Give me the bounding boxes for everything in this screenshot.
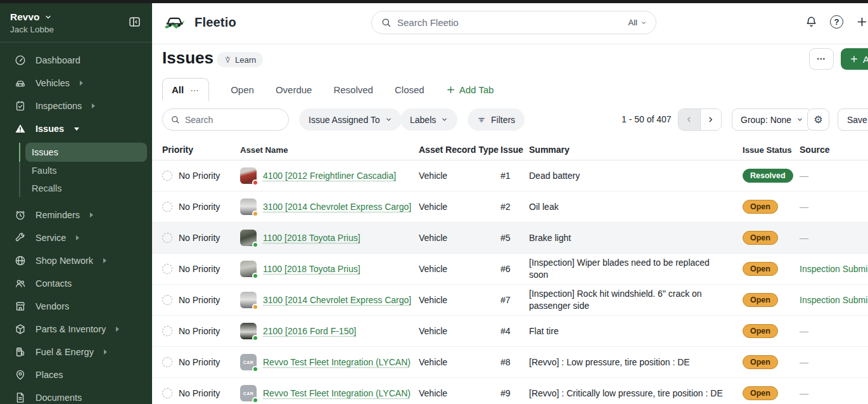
learn-button[interactable]: Learn xyxy=(217,52,263,67)
issue-source-link[interactable]: Inspection Submis xyxy=(800,295,868,305)
sidebar-item-issues[interactable]: Issues xyxy=(0,117,152,140)
status-badge: Open xyxy=(743,324,778,338)
pager xyxy=(678,108,722,131)
tab-overdue[interactable]: Overdue xyxy=(276,84,312,95)
table-row[interactable]: No Priority 4100 [2012 Freightliner Casc… xyxy=(152,160,868,192)
chevron-right-icon xyxy=(92,103,95,108)
tab-closed[interactable]: Closed xyxy=(395,84,424,95)
column-header-summary[interactable]: Summary xyxy=(529,144,743,156)
quick-add-button[interactable] xyxy=(856,16,868,28)
no-priority-icon xyxy=(162,202,172,212)
sidebar-item-faults[interactable]: Faults xyxy=(19,162,147,179)
chevron-right-icon xyxy=(103,258,106,263)
tab-menu-icon[interactable]: ⋯ xyxy=(190,87,200,93)
table-row[interactable]: No Priority CAR Revvo Test Fleet Integra… xyxy=(152,347,868,378)
asset-link[interactable]: 2100 [2016 Ford F-150] xyxy=(263,326,356,336)
issue-source: — xyxy=(800,388,868,398)
more-actions-button[interactable]: ••• xyxy=(809,48,834,70)
gauge-icon xyxy=(14,54,27,67)
search-scope-dropdown[interactable]: All xyxy=(629,18,647,27)
storefront-icon xyxy=(14,300,27,313)
add-tab-button[interactable]: Add Tab xyxy=(446,84,494,95)
issues-table: Priority Asset Name Asset Record Type Is… xyxy=(152,140,868,404)
sidebar-item-fuel-energy[interactable]: Fuel & Energy xyxy=(0,341,152,363)
table-settings-button[interactable]: ⚙ xyxy=(807,108,829,131)
sidebar-item-shop-network[interactable]: Shop Network xyxy=(0,249,152,272)
filter-label: Issue Assigned To xyxy=(309,115,380,125)
sidebar-item-contacts[interactable]: Contacts xyxy=(0,272,152,295)
column-header-asset-name[interactable]: Asset Name xyxy=(240,145,419,155)
table-row[interactable]: No Priority 3100 [2014 Chevrolet Express… xyxy=(152,285,868,316)
table-search-input[interactable] xyxy=(185,115,267,125)
active-indicator xyxy=(19,143,20,162)
prev-page-button[interactable] xyxy=(679,109,700,130)
sidebar-item-dashboard[interactable]: Dashboard xyxy=(0,49,152,72)
tab-all[interactable]: All ⋯ xyxy=(162,78,209,101)
chevron-down-icon xyxy=(44,13,52,21)
column-header-asset-record-type[interactable]: Asset Record Type xyxy=(419,145,501,155)
tab-resolved[interactable]: Resolved xyxy=(333,84,373,95)
asset-link[interactable]: 4100 [2012 Freightliner Cascadia] xyxy=(263,171,396,181)
search-scope-value: All xyxy=(629,18,637,27)
asset-link[interactable]: Revvo Test Fleet Integration (LYCAN) xyxy=(263,357,411,367)
car-icon xyxy=(14,77,27,89)
issue-number: #1 xyxy=(501,171,529,181)
sidebar-item-vendors[interactable]: Vendors xyxy=(0,295,152,318)
fleetio-logo[interactable]: Fleetio xyxy=(163,12,236,32)
asset-link[interactable]: 3100 [2014 Chevrolet Express Cargo] xyxy=(263,202,411,212)
issue-summary: [Revvo] : Critically low pressure, tire … xyxy=(529,388,743,400)
asset-record-type: Vehicle xyxy=(419,388,501,398)
asset-link[interactable]: 3100 [2014 Chevrolet Express Cargo] xyxy=(263,295,411,305)
column-header-issue-status[interactable]: Issue Status xyxy=(743,145,800,155)
table-row[interactable]: No Priority 3100 [2014 Chevrolet Express… xyxy=(152,192,868,223)
asset-link[interactable]: 1100 [2018 Toyota Prius] xyxy=(263,233,361,243)
thumbnail-placeholder-label: CAR xyxy=(243,391,254,396)
sidebar-item-recalls[interactable]: Recalls xyxy=(19,179,147,197)
column-header-priority[interactable]: Priority xyxy=(162,145,240,155)
list-toolbar: Issue Assigned To Labels Filters 1 - 50 … xyxy=(152,108,868,131)
sidebar-item-documents[interactable]: Documents xyxy=(0,386,152,404)
sidebar-collapse-icon[interactable] xyxy=(128,15,141,29)
sidebar-item-parts-inventory[interactable]: Parts & Inventory xyxy=(0,318,152,341)
help-button[interactable]: ? xyxy=(830,15,843,29)
brand-name: Fleetio xyxy=(195,15,236,30)
table-row[interactable]: No Priority 2100 [2016 Ford F-150] Vehic… xyxy=(152,316,868,347)
table-row[interactable]: No Priority 1100 [2018 Toyota Prius] Veh… xyxy=(152,254,868,285)
sidebar-item-service[interactable]: Service xyxy=(0,226,152,249)
sidebar-item-issues-issues[interactable]: Issues xyxy=(25,143,147,162)
fleetio-car-icon xyxy=(163,12,189,32)
issue-assigned-to-filter[interactable]: Issue Assigned To xyxy=(299,108,402,131)
sidebar-item-inspections[interactable]: Inspections xyxy=(0,94,152,117)
issue-number: #4 xyxy=(501,326,529,336)
sidebar-item-places[interactable]: Places xyxy=(0,363,152,386)
global-search-input[interactable] xyxy=(397,17,623,28)
tab-open[interactable]: Open xyxy=(231,84,254,95)
user-name: Jack Lobbe xyxy=(10,25,142,34)
status-badge: Resolved xyxy=(743,169,793,183)
asset-link[interactable]: Revvo Test Fleet Integration (LYCAN) xyxy=(263,388,411,398)
account-switcher[interactable]: Revvo xyxy=(10,11,142,23)
chevron-right-icon xyxy=(706,115,715,124)
group-by-dropdown[interactable]: Group: None xyxy=(732,108,812,131)
chevron-right-icon xyxy=(76,235,79,240)
next-page-button[interactable] xyxy=(700,109,722,130)
issue-source-link[interactable]: Inspection Submis xyxy=(800,264,868,274)
table-row[interactable]: No Priority 1100 [2018 Toyota Prius] Veh… xyxy=(152,223,868,254)
column-header-source[interactable]: Source xyxy=(800,145,868,155)
filters-button[interactable]: Filters xyxy=(468,108,525,131)
save-view-button[interactable]: Save Vi xyxy=(838,108,868,131)
asset-link[interactable]: 1100 [2018 Toyota Prius] xyxy=(263,264,361,274)
asset-thumbnail xyxy=(240,199,257,215)
table-row[interactable]: No Priority CAR Revvo Test Fleet Integra… xyxy=(152,378,868,404)
sidebar-item-reminders[interactable]: Reminders xyxy=(0,204,152,226)
sidebar-item-vehicles[interactable]: Vehicles xyxy=(0,72,152,94)
global-search[interactable]: All xyxy=(371,11,656,34)
notifications-button[interactable] xyxy=(805,15,818,29)
add-issue-button[interactable]: Ad xyxy=(841,48,868,70)
labels-filter[interactable]: Labels xyxy=(400,108,457,131)
filter-label: Labels xyxy=(410,115,436,125)
issue-number: #8 xyxy=(501,357,529,367)
issue-summary: Flat tire xyxy=(529,325,743,337)
table-search[interactable] xyxy=(162,108,289,131)
column-header-issue[interactable]: Issue xyxy=(501,145,529,155)
